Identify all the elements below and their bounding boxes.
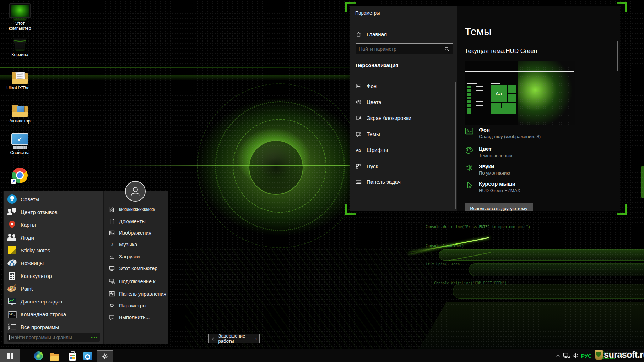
control-panel-icon [108,290,115,297]
command-prompt-icon: C:\_ [7,309,17,319]
chrome-icon: ↗ [4,166,36,183]
content-scrollbar[interactable] [617,41,618,71]
start-item-people[interactable]: Люди [4,231,103,243]
home-icon [356,31,362,37]
nav-item-label: Цвета [367,99,381,105]
folder-app-icon [4,100,36,117]
start-item-sticky-notes[interactable]: Sticky Notes [4,244,103,256]
tray-language-indicator[interactable]: РУС [581,353,592,359]
scissors-icon [7,258,17,268]
start-menu: Советы Центр отзывов Карты Люди Sticky N… [3,191,168,344]
nav-item-taskbar[interactable]: Панель задач [350,175,455,188]
desktop-icon-properties[interactable]: ✓ Свойства [4,132,36,155]
store-bag-icon [69,353,76,361]
nav-item-themes[interactable]: Темы [350,127,455,140]
start-item-task-manager[interactable]: Диспетчер задач [4,295,103,307]
taskbar-icon [356,179,362,185]
start-button[interactable] [0,349,20,362]
desktop-icon-label: Свойства [4,150,36,155]
window-title: Параметры [355,10,380,16]
desktop-icon-chrome[interactable]: ↗ [4,166,36,184]
mail-icon [83,352,92,360]
start-item-tips[interactable]: Советы [4,193,103,205]
nav-item-background[interactable]: Фон [350,79,455,92]
task-manager-icon [7,296,17,306]
feedback-icon [7,207,17,217]
shutdown-button[interactable]: Завершение работы [209,334,253,343]
theme-row-background[interactable]: Фон Слайд-шоу (изображений: 3) [465,127,541,139]
start-item-pictures[interactable]: Изображения [104,227,168,238]
nav-item-colors[interactable]: Цвета [350,95,455,108]
start-item-control-panel[interactable]: Панель управления [104,289,168,299]
start-item-documents[interactable]: Документы [104,216,168,227]
settings-window: Параметры Главная Персонализация [350,6,620,211]
themes-icon [356,131,362,137]
start-item-this-pc[interactable]: Этот компьютер [104,263,168,274]
user-avatar[interactable] [125,181,146,202]
start-item-settings[interactable]: Параметры [104,300,168,311]
theme-row-sounds[interactable]: Звуки По умолчанию [465,163,510,176]
search-icon[interactable] [444,46,450,52]
row-title: Курсор мыши [479,181,520,187]
taskbar-mail-button[interactable] [83,351,92,361]
start-item-command-prompt[interactable]: C:\_ Командная строка [4,308,103,320]
theme-row-color[interactable]: Цвет Темно-зеленый [465,146,512,158]
wallpaper-code-text: Console.WriteLine("Press ENTER to open c… [426,212,530,298]
folder-icon [50,354,59,361]
row-title: Фон [479,127,541,133]
start-item-run[interactable]: Выполнить... [104,312,168,323]
settings-search-input[interactable] [356,46,444,52]
image-icon [108,229,115,236]
taskbar-store-button[interactable] [67,352,77,361]
download-icon [108,253,115,260]
monitor-icon [108,265,115,272]
desktop-icon-ultraux-folder[interactable]: UltraUXThe... [4,67,36,90]
taskbar-explorer-button[interactable] [50,352,59,362]
desktop-icon-label: UltraUXThe... [4,86,36,90]
start-menu-places-column: кккккккккккккккк Документы [103,191,168,344]
start-menu-divider [6,320,100,320]
nav-item-lock-screen[interactable]: Экран блокировки [350,111,455,124]
start-item-connect-to[interactable]: Подключение к [104,276,168,287]
image-icon [356,83,362,89]
settings-search-box[interactable] [356,43,453,54]
taskbar-edge-button[interactable] [34,351,43,361]
image-icon [465,127,474,136]
all-programs-button[interactable]: Все программы [4,322,103,332]
nav-home[interactable]: Главная [356,31,387,37]
start-item-maps[interactable]: Карты [4,219,103,231]
nav-scrollbar[interactable] [455,82,456,209]
start-search-box[interactable]: ▪▪▪▪ [7,333,100,342]
shutdown-options-arrow[interactable]: › [253,334,259,343]
taskbar: РУС [0,349,644,362]
nav-item-label: Фон [367,83,377,89]
start-item-paint[interactable]: Paint [4,283,103,295]
current-theme-label: Текущая тема: [465,48,505,54]
start-item-calculator[interactable]: Калькулятор [4,270,103,282]
desktop-icon-recycle-bin[interactable]: Корзина [4,34,36,57]
tray-network-icon[interactable] [563,352,570,359]
nav-item-fonts[interactable]: Aa Шрифты [350,143,455,156]
start-search-input[interactable] [10,335,91,340]
start-item-feedback-hub[interactable]: Центр отзывов [4,206,103,218]
start-item-user-folder[interactable]: кккккккккккккккк [104,204,168,215]
taskbar-settings-button-active[interactable] [97,350,113,362]
gear-icon [108,302,115,309]
nav-item-start[interactable]: Пуск [350,160,455,172]
desktop-icon-this-pc[interactable]: Этот компьютер [4,3,36,31]
edge-icon [34,351,43,360]
use-other-theme-button[interactable]: Использовать другую тему [465,203,533,211]
start-item-downloads[interactable]: Загрузки [104,251,168,262]
theme-row-cursor[interactable]: Курсор мыши HUD Green-EZMAX [465,181,520,193]
start-item-snipping-tool[interactable]: Ножницы [4,257,103,269]
row-value: Слайд-шоу (изображений: 3) [479,134,541,139]
start-item-music[interactable]: ♪ Музыка [104,239,168,250]
desktop-icon-activator[interactable]: Активатор [4,100,36,124]
tray-chevron-up[interactable] [556,354,561,357]
tray-volume-icon[interactable] [572,353,579,358]
all-programs-icon [7,322,17,332]
document-icon [108,218,115,225]
nav-home-label: Главная [367,31,387,37]
lock-screen-icon [356,115,362,121]
theme-preview-wallpaper [518,61,575,125]
